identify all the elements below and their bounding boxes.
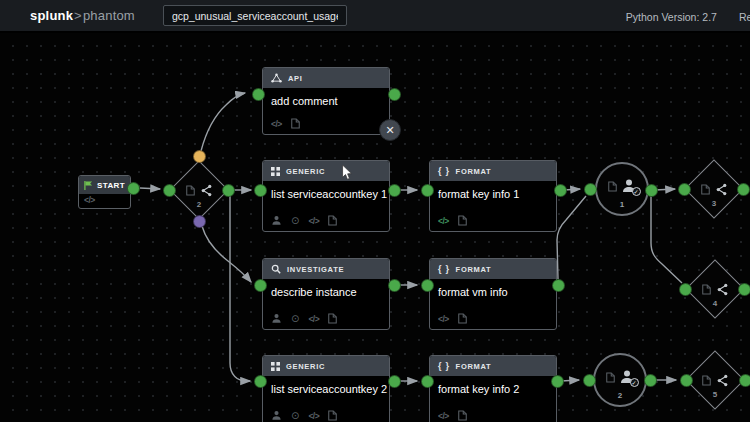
connector-port[interactable] bbox=[421, 184, 434, 197]
decision-node-3-number: 3 bbox=[704, 199, 724, 208]
playbook-name-input[interactable] bbox=[163, 5, 347, 26]
connector-port[interactable] bbox=[552, 279, 565, 292]
code-icon[interactable]: </> bbox=[308, 216, 319, 226]
block-category: API bbox=[288, 74, 303, 83]
block-header: API bbox=[263, 68, 389, 88]
connector-port[interactable] bbox=[554, 184, 567, 197]
code-icon[interactable]: </> bbox=[308, 411, 319, 421]
note-icon[interactable] bbox=[458, 410, 467, 421]
connector-port[interactable] bbox=[645, 184, 658, 197]
code-icon[interactable]: </> bbox=[84, 195, 95, 205]
connector-port-purple[interactable] bbox=[193, 215, 206, 228]
block-name: format vm info bbox=[430, 279, 556, 298]
decision-node-2-number: 2 bbox=[189, 200, 209, 209]
code-icon[interactable]: </> bbox=[308, 314, 319, 324]
connector-port[interactable] bbox=[388, 88, 401, 101]
connector-port[interactable] bbox=[644, 374, 657, 387]
action-block-list-serviceaccountkey-2[interactable]: GENERIC list serviceaccountkey 2 ⊙ </> bbox=[262, 355, 390, 422]
connector-port[interactable] bbox=[739, 374, 750, 387]
action-block-list-serviceaccountkey-1[interactable]: GENERIC list serviceaccountkey 1 ⊙ </> bbox=[262, 160, 390, 232]
connector-port[interactable] bbox=[421, 279, 434, 292]
start-node-footer: </> bbox=[79, 194, 130, 206]
block-category: FORMAT bbox=[456, 362, 492, 371]
connector-port[interactable] bbox=[254, 375, 267, 388]
connector-port[interactable] bbox=[254, 279, 267, 292]
block-category: GENERIC bbox=[286, 167, 325, 176]
note-icon[interactable] bbox=[328, 313, 337, 324]
connector-port[interactable] bbox=[551, 375, 564, 388]
connector-port[interactable] bbox=[679, 283, 692, 296]
connector-port[interactable] bbox=[163, 184, 176, 197]
history-icon[interactable]: ⊙ bbox=[291, 216, 299, 226]
note-icon[interactable] bbox=[458, 313, 467, 324]
history-icon[interactable]: ⊙ bbox=[291, 314, 299, 324]
connector-port[interactable] bbox=[421, 375, 434, 388]
block-name: list serviceaccountkey 2 bbox=[263, 376, 389, 395]
block-category: GENERIC bbox=[286, 362, 325, 371]
connector-port[interactable] bbox=[737, 183, 750, 196]
note-icon[interactable] bbox=[458, 215, 467, 226]
logo-splunk: splunk bbox=[30, 8, 73, 23]
decision-node-5-number: 5 bbox=[705, 390, 725, 399]
start-node[interactable]: START </> bbox=[78, 175, 131, 209]
connector-port[interactable] bbox=[222, 184, 235, 197]
block-name: describe instance bbox=[263, 279, 389, 298]
close-icon[interactable]: ✕ bbox=[379, 119, 401, 141]
block-header: { } FORMAT bbox=[430, 161, 556, 181]
repo-link[interactable]: Repo bbox=[739, 11, 750, 23]
action-block-add-comment[interactable]: API add comment </> bbox=[262, 67, 390, 135]
connector-port[interactable] bbox=[583, 374, 596, 387]
connector-port-yellow[interactable] bbox=[193, 150, 206, 163]
action-block-format-vm-info[interactable]: { } FORMAT format vm info </> bbox=[429, 258, 557, 330]
decision-node-4-number: 4 bbox=[705, 299, 725, 308]
branch-icon bbox=[716, 374, 729, 387]
note-icon[interactable] bbox=[328, 410, 337, 421]
check-icon: ✓ bbox=[632, 187, 641, 196]
connector-port[interactable] bbox=[252, 88, 265, 101]
owner-icon[interactable] bbox=[271, 410, 282, 421]
block-header: { } FORMAT bbox=[430, 356, 556, 376]
block-footer-icons: </> bbox=[271, 118, 300, 129]
format-icon: { } bbox=[438, 166, 450, 176]
action-block-format-key-info-2[interactable]: { } FORMAT format key info 2 </> bbox=[429, 355, 557, 422]
note-icon[interactable] bbox=[291, 118, 300, 129]
block-name: add comment bbox=[263, 88, 389, 107]
connector-port[interactable] bbox=[254, 184, 267, 197]
connector-port[interactable] bbox=[127, 182, 140, 195]
format-icon: { } bbox=[438, 264, 450, 274]
top-bar: splunk>phantom Python Version: 2.7 Repo bbox=[0, 0, 750, 33]
block-name: format key info 2 bbox=[430, 376, 556, 395]
connector-port[interactable] bbox=[388, 184, 401, 197]
owner-icon[interactable] bbox=[271, 313, 282, 324]
approval-node-2[interactable]: ✓ 2 bbox=[593, 353, 647, 407]
api-icon bbox=[271, 73, 282, 83]
code-icon[interactable]: </> bbox=[438, 411, 449, 421]
owner-icon[interactable] bbox=[271, 215, 282, 226]
action-block-format-key-info-1[interactable]: { } FORMAT format key info 1 </> bbox=[429, 160, 557, 232]
connector-port[interactable] bbox=[678, 183, 691, 196]
cursor-pointer bbox=[341, 165, 354, 185]
code-icon[interactable]: </> bbox=[438, 216, 449, 226]
approval-node-1[interactable]: ✓ 1 bbox=[595, 162, 649, 216]
code-icon[interactable]: </> bbox=[271, 119, 282, 129]
block-footer-icons: ⊙ </> bbox=[271, 313, 337, 324]
action-block-describe-instance[interactable]: INVESTIGATE describe instance ⊙ </> bbox=[262, 258, 390, 330]
connector-port[interactable] bbox=[388, 279, 401, 292]
decision-node-4-icons bbox=[694, 279, 736, 299]
block-footer-icons: </> bbox=[438, 410, 467, 421]
code-icon[interactable]: </> bbox=[438, 314, 449, 324]
approval-node-number: 2 bbox=[595, 391, 645, 400]
connector-port[interactable] bbox=[680, 374, 693, 387]
generic-icon bbox=[271, 362, 280, 371]
connector-port[interactable] bbox=[388, 375, 401, 388]
block-category: FORMAT bbox=[456, 265, 492, 274]
block-category: FORMAT bbox=[456, 167, 492, 176]
connector-port[interactable] bbox=[738, 283, 750, 296]
note-icon[interactable] bbox=[328, 215, 337, 226]
investigate-icon bbox=[271, 264, 281, 274]
note-icon bbox=[186, 185, 195, 196]
approval-node-icons: ✓ bbox=[597, 178, 647, 194]
decision-node-3-icons bbox=[693, 179, 735, 199]
connector-port[interactable] bbox=[584, 183, 597, 196]
history-icon[interactable]: ⊙ bbox=[291, 411, 299, 421]
